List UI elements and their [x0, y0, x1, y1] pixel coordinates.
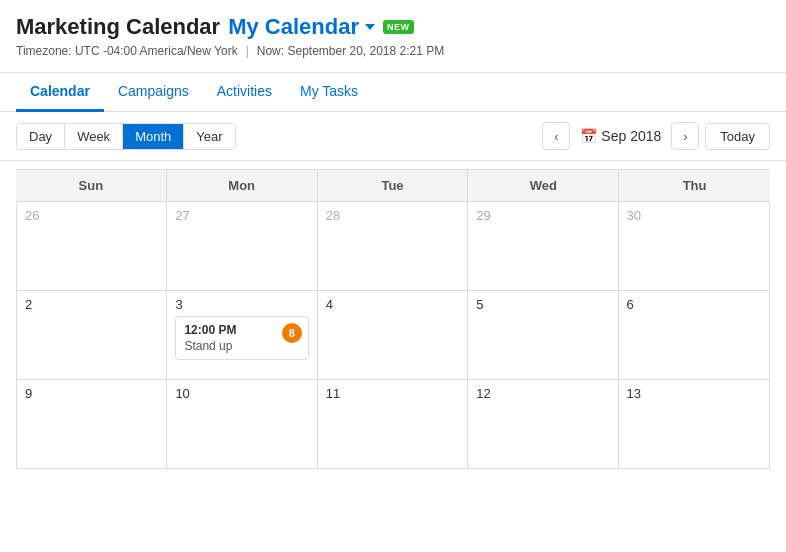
my-calendar-dropdown[interactable]: My Calendar	[228, 14, 375, 40]
view-week-button[interactable]: Week	[65, 124, 123, 149]
day-number: 13	[627, 386, 761, 401]
day-cell-12[interactable]: 12	[468, 380, 618, 468]
day-cell-4[interactable]: 4	[318, 291, 468, 379]
day-cell-13[interactable]: 13	[619, 380, 769, 468]
day-cell-5[interactable]: 5	[468, 291, 618, 379]
day-cell-3[interactable]: 3 12:00 PM Stand up 8	[167, 291, 317, 379]
new-badge: new	[383, 20, 414, 34]
day-number: 12	[476, 386, 609, 401]
timezone-text: Timezone: UTC -04:00 America/New York	[16, 44, 238, 58]
tab-calendar[interactable]: Calendar	[16, 73, 104, 112]
title-row: Marketing Calendar My Calendar new	[16, 14, 770, 40]
calendar-grid: 26 27 28 29 30 2 3 12:00 PM	[16, 202, 770, 469]
prev-month-button[interactable]: ‹	[542, 122, 570, 150]
day-number: 6	[627, 297, 761, 312]
separator: |	[246, 44, 249, 58]
next-month-button[interactable]: ›	[671, 122, 699, 150]
event-badge: 8	[282, 323, 302, 343]
view-year-button[interactable]: Year	[184, 124, 234, 149]
day-cell-6[interactable]: 6	[619, 291, 769, 379]
timezone-bar: Timezone: UTC -04:00 America/New York | …	[16, 44, 770, 68]
day-number: 2	[25, 297, 158, 312]
calendar-wrapper: Sun Mon Tue Wed Thu 26 27 28 29 30	[0, 169, 786, 485]
day-cell-10[interactable]: 10	[167, 380, 317, 468]
view-day-button[interactable]: Day	[17, 124, 65, 149]
day-header-sun: Sun	[16, 170, 167, 201]
view-buttons: Day Week Month Year	[16, 123, 236, 150]
today-button[interactable]: Today	[705, 123, 770, 150]
tabs-row: Calendar Campaigns Activities My Tasks	[0, 73, 786, 112]
day-number: 26	[25, 208, 158, 223]
event-title: Stand up	[184, 339, 299, 353]
day-cell-9[interactable]: 9	[17, 380, 167, 468]
tab-campaigns[interactable]: Campaigns	[104, 73, 203, 112]
day-cell-2[interactable]: 2	[17, 291, 167, 379]
day-cell-26[interactable]: 26	[17, 202, 167, 290]
day-header-thu: Thu	[619, 170, 770, 201]
day-cell-28[interactable]: 28	[318, 202, 468, 290]
day-number: 5	[476, 297, 609, 312]
day-number: 10	[175, 386, 308, 401]
page-header: Marketing Calendar My Calendar new Timez…	[0, 0, 786, 73]
current-month-label: Sep 2018	[601, 128, 661, 144]
day-number: 4	[326, 297, 459, 312]
chevron-down-icon	[365, 24, 375, 30]
week-row-3: 9 10 11 12 13	[17, 380, 769, 468]
event-card-standup[interactable]: 12:00 PM Stand up 8	[175, 316, 308, 360]
day-number: 27	[175, 208, 308, 223]
now-text: Now: September 20, 2018 2:21 PM	[257, 44, 444, 58]
day-header-wed: Wed	[468, 170, 619, 201]
day-number: 28	[326, 208, 459, 223]
day-cell-11[interactable]: 11	[318, 380, 468, 468]
chevron-left-icon: ‹	[554, 129, 558, 144]
tab-activities[interactable]: Activities	[203, 73, 286, 112]
view-month-button[interactable]: Month	[123, 124, 184, 149]
day-cell-29[interactable]: 29	[468, 202, 618, 290]
nav-controls: ‹ 📅 Sep 2018 › Today	[542, 122, 770, 150]
day-number: 29	[476, 208, 609, 223]
month-display: 📅 Sep 2018	[576, 128, 665, 144]
chevron-right-icon: ›	[683, 129, 687, 144]
day-number: 11	[326, 386, 459, 401]
week-row-1: 26 27 28 29 30	[17, 202, 769, 291]
day-header-mon: Mon	[167, 170, 318, 201]
day-cell-27[interactable]: 27	[167, 202, 317, 290]
week-row-2: 2 3 12:00 PM Stand up 8 4 5 6	[17, 291, 769, 380]
day-number: 30	[627, 208, 761, 223]
toolbar: Day Week Month Year ‹ 📅 Sep 2018 › Today	[0, 112, 786, 161]
day-cell-30[interactable]: 30	[619, 202, 769, 290]
calendar-icon: 📅	[580, 128, 597, 144]
day-headers: Sun Mon Tue Wed Thu	[16, 169, 770, 202]
my-calendar-label: My Calendar	[228, 14, 359, 40]
day-number: 9	[25, 386, 158, 401]
page-title-main: Marketing Calendar	[16, 14, 220, 40]
day-header-tue: Tue	[318, 170, 469, 201]
day-number: 3	[175, 297, 308, 312]
tab-my-tasks[interactable]: My Tasks	[286, 73, 372, 112]
